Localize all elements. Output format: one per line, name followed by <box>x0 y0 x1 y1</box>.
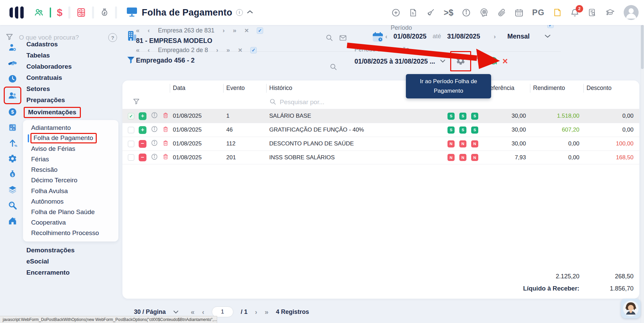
calculator-icon[interactable] <box>7 122 18 133</box>
user-avatar[interactable] <box>624 5 639 20</box>
prev-page-button[interactable]: ‹ <box>202 308 204 316</box>
money-bag-icon[interactable]: $ <box>7 169 18 179</box>
historico-search-input[interactable] <box>280 98 381 106</box>
next-page-button[interactable]: › <box>255 308 257 316</box>
company-filter-checkbox[interactable]: ✓ <box>257 27 263 34</box>
row-delete-trash-icon[interactable] <box>162 153 169 162</box>
rows-filter-funnel-icon[interactable] <box>122 98 170 107</box>
employee-filter-funnel-icon[interactable] <box>126 55 136 66</box>
row-checkbox[interactable] <box>128 154 134 161</box>
company-first-button[interactable]: « <box>136 27 140 34</box>
period-next-button[interactable]: › <box>494 33 496 40</box>
column-header-evento[interactable]: Evento <box>223 80 266 95</box>
raise-trend-icon[interactable]: % <box>7 138 18 148</box>
add-icon[interactable] <box>391 8 400 17</box>
submenu-folha-pagamento-active[interactable]: Folha de Pagamento <box>28 133 118 143</box>
salary-coin-icon[interactable]: $ <box>7 107 18 117</box>
menu-colaboradores[interactable]: Colaboradores <box>23 61 120 72</box>
layers-icon[interactable] <box>7 185 18 195</box>
menu-movimentacoes[interactable]: Movimentações <box>28 109 76 116</box>
ai-assistant-icon[interactable] <box>479 8 489 17</box>
clear-filter-x-icon[interactable]: × <box>503 56 508 67</box>
company-clear-button[interactable]: × <box>245 26 249 34</box>
period-type-chevron-down-icon[interactable] <box>545 33 551 40</box>
employee-search-icon[interactable] <box>329 63 337 72</box>
company-mail-icon[interactable] <box>339 34 347 43</box>
row-info-icon[interactable] <box>151 139 158 148</box>
table-filter-funnel-icon[interactable] <box>476 56 484 66</box>
support-chat-avatar[interactable] <box>621 299 641 318</box>
employee-filter-checkbox[interactable]: ✓ <box>250 47 257 53</box>
calendar-icon[interactable] <box>514 8 524 17</box>
submenu-aviso-ferias[interactable]: Aviso de Férias <box>23 143 118 154</box>
table-row[interactable]: + 01/08/2025 46 GRATIFICAÇÃO DE FUNÇÃO -… <box>122 123 639 137</box>
submenu-autonomos[interactable]: Autônomos <box>23 196 118 207</box>
menu-setores[interactable]: Setores <box>23 83 120 94</box>
table-row[interactable]: − 01/08/2025 112 DESCONTO PLANO DE SAÚDE… <box>122 137 639 151</box>
row-checkbox[interactable] <box>128 141 134 147</box>
column-header-desconto[interactable]: Desconto <box>583 80 638 95</box>
employee-next-button[interactable]: › <box>216 46 218 54</box>
table-row[interactable]: − 01/08/2025 201 INSS SOBRE SALÁRIOS N N… <box>122 151 639 164</box>
menu-cadastros[interactable]: Cadastros <box>23 39 120 50</box>
calc-period-value[interactable]: 01/08/2025 à 31/08/2025 ... <box>354 57 435 65</box>
submenu-decimo-terceiro[interactable]: Décimo Terceiro <box>23 175 118 186</box>
row-delete-trash-icon[interactable] <box>162 112 169 120</box>
employee-first-button[interactable]: « <box>136 46 140 54</box>
notifications-bell-icon[interactable]: 2 <box>570 8 579 17</box>
scrollbar-thumb[interactable] <box>641 25 644 69</box>
handshake-icon[interactable] <box>7 58 18 68</box>
menu-contratuais[interactable]: Contratuais <box>23 72 120 83</box>
row-info-icon[interactable] <box>151 112 158 120</box>
clock-icon[interactable] <box>7 74 18 84</box>
search-magnifier-icon[interactable] <box>7 200 18 210</box>
last-page-button[interactable]: » <box>265 308 269 316</box>
table-row[interactable]: ✓ + 01/08/2025 1 SALÁRIO BASE S S S 30,0… <box>122 109 639 123</box>
menu-tabelas[interactable]: Tabelas <box>23 50 120 61</box>
company-search-icon[interactable] <box>325 34 333 43</box>
attachment-paperclip-icon[interactable] <box>497 8 506 17</box>
notes-icon[interactable] <box>553 8 562 17</box>
menu-encerramento[interactable]: Encerramento <box>23 267 120 278</box>
go-to-period-gear-icon[interactable] <box>456 55 466 67</box>
period-end-date[interactable]: 31/08/2025 <box>447 32 480 40</box>
folha-pagamento-annotation-box[interactable]: Folha de Pagamento <box>30 133 97 143</box>
money-bag-module-icon[interactable] <box>100 8 109 17</box>
employees-people-icon[interactable] <box>4 87 21 104</box>
calculator-module-icon[interactable] <box>76 7 86 18</box>
row-info-icon[interactable] <box>151 153 158 162</box>
pg-shortcut[interactable]: PG <box>532 8 545 17</box>
report-document-icon[interactable] <box>409 8 417 17</box>
clean-broom-icon[interactable] <box>426 8 435 17</box>
submenu-recolhimento-processo[interactable]: Recolhimento Processo <box>23 228 118 238</box>
column-header-rendimento[interactable]: Rendimento <box>530 80 583 95</box>
row-checkbox[interactable]: ✓ <box>128 113 134 119</box>
submenu-rescisao[interactable]: Rescisão <box>23 165 118 175</box>
employee-prev-button[interactable]: ‹ <box>148 46 150 54</box>
menu-demonstracoes[interactable]: Demonstrações <box>23 245 120 256</box>
training-graduation-cap-icon[interactable] <box>605 8 615 17</box>
submenu-ferias[interactable]: Férias <box>23 154 118 164</box>
column-header-data[interactable]: Data <box>170 80 223 95</box>
info-icon[interactable] <box>462 8 471 17</box>
collapse-chevron-up-icon[interactable] <box>247 9 253 16</box>
row-delete-trash-icon[interactable] <box>162 126 169 134</box>
refresh-icon[interactable] <box>489 56 498 67</box>
money-transfer-icon[interactable]: >$ <box>444 8 454 18</box>
page-size-select[interactable]: 30 / Página <box>134 308 166 316</box>
page-size-chevron-down-icon[interactable] <box>173 308 179 316</box>
title-info-icon[interactable]: i <box>236 9 243 16</box>
period-type[interactable]: Mensal <box>507 32 530 40</box>
row-delete-trash-icon[interactable] <box>162 140 169 148</box>
calc-period-chevron-down-icon[interactable] <box>440 58 445 64</box>
menu-preparacoes[interactable]: Preparações <box>23 94 120 106</box>
gear-target-icon[interactable] <box>7 154 18 164</box>
row-info-icon[interactable] <box>151 125 158 134</box>
person-settings-icon[interactable] <box>7 43 18 53</box>
employee-last-button[interactable]: » <box>226 46 230 54</box>
people-module-icon[interactable] <box>34 7 44 18</box>
home-icon[interactable] <box>7 216 18 226</box>
period-start-date[interactable]: 01/08/2025 <box>393 32 427 40</box>
submenu-adiantamento[interactable]: Adiantamento <box>23 122 118 133</box>
company-prev-button[interactable]: ‹ <box>148 27 150 34</box>
